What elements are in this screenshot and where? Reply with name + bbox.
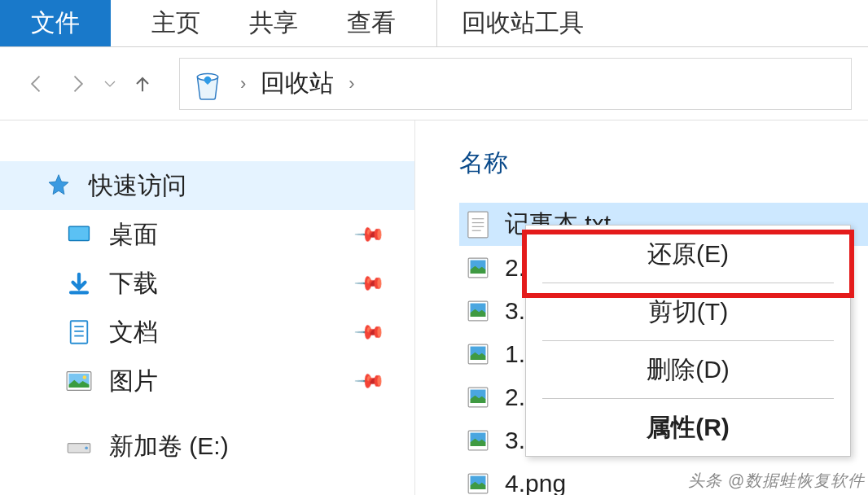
address-bar: › 回收站 ›	[0, 47, 868, 120]
sidebar-item-label: 下载	[109, 267, 158, 300]
column-header-name[interactable]: 名称	[459, 147, 868, 180]
pin-icon: 📌	[353, 217, 386, 251]
nav-recent-dropdown[interactable]	[98, 64, 122, 104]
context-menu: 还原(E) 剪切(T) 删除(D) 属性(R)	[525, 225, 851, 457]
image-file-icon	[466, 383, 490, 411]
star-icon	[45, 172, 72, 199]
sidebar-item-quick-access[interactable]: 快速访问	[0, 161, 414, 210]
chevron-right-icon: ›	[234, 73, 252, 94]
sidebar-item-new-volume[interactable]: 新加卷 (E:)	[0, 422, 414, 471]
documents-icon	[65, 318, 93, 346]
sidebar-item-pictures[interactable]: 图片 📌	[0, 357, 414, 405]
recycle-bin-icon	[190, 66, 226, 102]
image-file-icon	[466, 340, 490, 368]
image-file-icon	[466, 254, 490, 282]
sidebar-item-label: 桌面	[109, 218, 158, 252]
svg-rect-12	[468, 212, 488, 238]
image-file-icon	[466, 427, 490, 454]
sidebar-item-label: 新加卷 (E:)	[109, 430, 229, 463]
chevron-right-icon: ›	[342, 73, 361, 94]
tab-file[interactable]: 文件	[0, 0, 111, 46]
svg-point-9	[83, 375, 87, 379]
address-box[interactable]: › 回收站 ›	[179, 58, 852, 110]
svg-point-11	[85, 446, 88, 449]
image-file-icon	[466, 297, 490, 325]
pin-icon: 📌	[353, 315, 386, 348]
drive-icon	[65, 432, 93, 460]
tab-recycle-tools[interactable]: 回收站工具	[436, 0, 608, 46]
text-file-icon	[466, 211, 490, 239]
file-name: 4.png	[505, 470, 566, 496]
tab-home[interactable]: 主页	[127, 0, 225, 46]
sidebar-item-desktop[interactable]: 桌面 📌	[0, 210, 414, 259]
sidebar-item-documents[interactable]: 文档 📌	[0, 308, 414, 357]
sidebar-item-label: 快速访问	[89, 169, 186, 203]
ctx-properties[interactable]: 属性(R)	[526, 399, 850, 456]
ctx-delete[interactable]: 删除(D)	[526, 341, 850, 398]
pictures-icon	[65, 367, 93, 395]
nav-forward-button[interactable]	[57, 64, 98, 104]
sidebar: 快速访问 桌面 📌 下载 📌 文档 📌 图片	[0, 120, 415, 495]
download-icon	[65, 269, 93, 297]
ctx-restore[interactable]: 还原(E)	[526, 226, 850, 283]
ribbon-tabs: 文件 主页 共享 查看 回收站工具	[0, 0, 868, 47]
svg-rect-2	[70, 227, 89, 239]
breadcrumb-location[interactable]: 回收站	[261, 67, 334, 100]
pin-icon: 📌	[353, 266, 386, 300]
sidebar-item-downloads[interactable]: 下载 📌	[0, 259, 414, 308]
svg-rect-3	[71, 321, 88, 343]
desktop-icon	[65, 221, 93, 248]
nav-back-button[interactable]	[16, 64, 57, 104]
sidebar-item-label: 图片	[109, 365, 158, 398]
tab-share[interactable]: 共享	[225, 0, 322, 46]
sidebar-item-label: 文档	[109, 316, 158, 349]
nav-up-button[interactable]	[122, 64, 163, 104]
pin-icon: 📌	[353, 364, 386, 397]
image-file-icon	[466, 470, 490, 496]
tab-view[interactable]: 查看	[322, 0, 420, 46]
ctx-cut[interactable]: 剪切(T)	[526, 283, 850, 340]
watermark-text: 头条 @数据蛙恢复软件	[688, 470, 865, 492]
